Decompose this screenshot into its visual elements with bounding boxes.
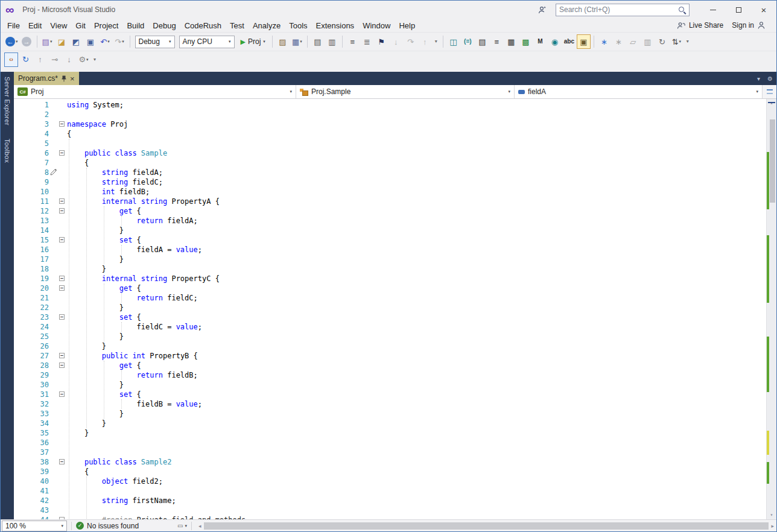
code-text[interactable]: }	[67, 226, 124, 235]
menu-analyze[interactable]: Analyze	[249, 19, 285, 32]
coderush-visualize-button[interactable]: ‹›	[4, 52, 18, 67]
code-text[interactable]: set {	[67, 235, 141, 245]
code-text[interactable]: namespace Proj	[67, 119, 128, 129]
member-dropdown[interactable]: fieldA ▾	[515, 85, 763, 98]
code-text[interactable]: set {	[67, 312, 141, 322]
code-text[interactable]: return fieldC;	[67, 293, 198, 303]
debug-overflow-button[interactable]: ▾	[433, 34, 440, 49]
find-in-files-button[interactable]: ▨	[276, 34, 290, 49]
menu-view[interactable]: View	[46, 19, 71, 32]
toggle-line-numbers-button[interactable]: ▤	[475, 34, 489, 49]
bookmark-flag-button[interactable]: ⚑	[375, 34, 388, 49]
code-text[interactable]: object field2;	[67, 477, 163, 486]
code-text[interactable]: public int PropertyB {	[67, 351, 198, 361]
live-share-button[interactable]: Live Share	[677, 21, 723, 30]
close-button[interactable]: ×	[751, 1, 776, 19]
insert-table-button[interactable]: ▩	[519, 34, 533, 49]
code-editor[interactable]: 1using System;23−namespace Proj4{56− pub…	[14, 99, 776, 519]
markdown-tool-button[interactable]: M	[533, 34, 547, 49]
code-text[interactable]: }	[67, 380, 124, 390]
close-tab-icon[interactable]: ×	[70, 75, 75, 83]
zoom-select[interactable]: 100 % ▾	[2, 521, 67, 531]
code-text[interactable]: public class Sample2	[67, 457, 171, 467]
code-text[interactable]: }	[67, 264, 106, 274]
menu-git[interactable]: Git	[71, 19, 90, 32]
collapse-region-icon[interactable]: −	[59, 314, 65, 320]
code-text[interactable]: get {	[67, 283, 141, 293]
code-text[interactable]: internal string PropertyC {	[67, 274, 220, 283]
sort-members-button[interactable]: ⇅▾	[670, 34, 683, 49]
expand-outlining-button[interactable]: ▥	[325, 34, 339, 49]
collapse-region-icon[interactable]: −	[59, 363, 65, 368]
menu-test[interactable]: Test	[226, 19, 249, 32]
collapse-region-icon[interactable]: −	[59, 391, 65, 397]
open-file-button[interactable]: ◪	[55, 34, 69, 49]
collapse-region-icon[interactable]: −	[59, 459, 65, 464]
collapse-region-icon[interactable]: −	[59, 198, 65, 204]
send-feedback-icon[interactable]	[538, 5, 547, 14]
toolbar-options-button[interactable]: ▾	[684, 34, 691, 49]
code-text[interactable]: public class Sample	[67, 148, 167, 158]
save-all-button[interactable]: ▣	[84, 34, 98, 49]
navigate-back-button[interactable]: ←▾	[4, 34, 19, 49]
menu-file[interactable]: File	[3, 19, 24, 32]
split-window-button[interactable]	[763, 85, 776, 98]
document-tab[interactable]: Program.cs* ×	[14, 72, 79, 85]
collapse-region-icon[interactable]: −	[59, 517, 65, 519]
code-cleanup-button[interactable]: ∗	[597, 34, 611, 49]
code-screenshot-button[interactable]: ▦▾	[290, 34, 304, 49]
move-member-down-button[interactable]: ↓	[62, 52, 76, 67]
code-text[interactable]: fieldB = value;	[67, 399, 202, 409]
menu-build[interactable]: Build	[122, 19, 148, 32]
scroll-down-icon[interactable]: ▾	[767, 511, 776, 519]
solution-configuration-combo[interactable]: Debug▾	[135, 36, 175, 48]
shortcut-keys-button[interactable]: ⊸	[48, 52, 62, 67]
menu-help[interactable]: Help	[395, 19, 419, 32]
type-dropdown[interactable]: Proj.Sample ▾	[296, 85, 515, 98]
code-text[interactable]: }	[67, 303, 124, 312]
menu-tools[interactable]: Tools	[285, 19, 311, 32]
image-insert-button[interactable]: ▣	[577, 34, 591, 49]
map-pin-button[interactable]: ◉	[548, 34, 562, 49]
coderush-settings-button[interactable]: ⚙▾	[77, 52, 90, 67]
indicator-options-button[interactable]: ▭ ▾	[177, 522, 187, 529]
code-text[interactable]: string fieldA;	[67, 168, 163, 177]
scroll-left-icon[interactable]: ◂	[198, 523, 201, 529]
minimize-button[interactable]	[700, 1, 726, 19]
code-text[interactable]: string firstName;	[67, 496, 176, 505]
collapse-region-icon[interactable]: −	[59, 150, 65, 156]
collapse-region-icon[interactable]: −	[59, 237, 65, 242]
coderush-overflow-button[interactable]: ▾	[91, 52, 98, 67]
shift-lines-left-button[interactable]: ≡	[346, 34, 360, 49]
scroll-up-icon[interactable]: ▴	[767, 99, 776, 107]
collapse-region-icon[interactable]: −	[59, 208, 65, 214]
tool-tab-server-explorer[interactable]: Server Explorer	[4, 77, 11, 125]
project-dropdown[interactable]: C# Proj ▾	[14, 85, 296, 98]
collapse-region-icon[interactable]: −	[59, 276, 65, 281]
document-outline-button[interactable]: ▦	[504, 34, 518, 49]
code-text[interactable]: get {	[67, 361, 141, 370]
sign-in-button[interactable]: Sign in	[732, 21, 766, 30]
code-text[interactable]: {	[67, 467, 89, 477]
quick-search-box[interactable]	[556, 4, 690, 16]
scroll-right-icon[interactable]: ▸	[771, 523, 774, 529]
save-file-button[interactable]: ◩	[69, 34, 83, 49]
organize-members-button[interactable]: ↻	[19, 52, 33, 67]
refresh-button[interactable]: ↻	[655, 34, 669, 49]
code-text[interactable]: using System;	[67, 100, 124, 110]
code-text[interactable]: return fieldB;	[67, 370, 198, 380]
tool-tab-toolbox[interactable]: Toolbox	[4, 139, 11, 163]
collapse-region-icon[interactable]: −	[59, 285, 65, 291]
collapse-region-icon[interactable]: −	[59, 353, 65, 358]
code-text[interactable]: }	[67, 341, 106, 351]
tab-list-dropdown-icon[interactable]: ▾	[757, 75, 760, 82]
code-text[interactable]: string fieldC;	[67, 177, 163, 187]
code-text[interactable]: get {	[67, 206, 141, 216]
code-text[interactable]: set {	[67, 390, 141, 399]
encapsulate-field-button[interactable]: ◫	[446, 34, 460, 49]
horizontal-scrollbar[interactable]	[204, 522, 769, 530]
move-member-up-button[interactable]: ↑	[33, 52, 47, 67]
tab-options-icon[interactable]: ⚙	[767, 75, 773, 82]
spell-check-button[interactable]: abc	[562, 34, 576, 49]
start-debugging-button[interactable]: ▶Proj▾	[237, 35, 269, 48]
